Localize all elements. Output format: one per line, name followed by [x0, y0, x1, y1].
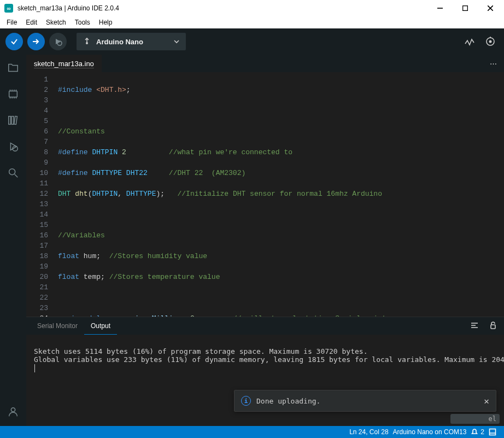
boards-manager-tab[interactable]	[5, 86, 21, 102]
panel-clear-icon[interactable]	[468, 320, 481, 332]
app-icon: ∞	[4, 4, 13, 13]
svg-point-26	[9, 169, 15, 175]
panel-tab-serial[interactable]: Serial Monitor	[31, 317, 84, 335]
svg-rect-21	[9, 116, 11, 125]
svg-point-10	[489, 40, 492, 43]
tab-filename: sketch_mar13a.ino	[34, 60, 94, 68]
window-maximize-button[interactable]	[453, 0, 478, 16]
verify-button[interactable]	[5, 33, 23, 50]
panel-tabs: Serial Monitor Output	[26, 317, 504, 335]
toast-close-button[interactable]: ✕	[484, 396, 489, 406]
svg-rect-32	[491, 325, 495, 329]
output-line: Global variables use 233 bytes (11%) of …	[34, 355, 504, 364]
window-minimize-button[interactable]	[427, 0, 453, 16]
usb-icon	[83, 37, 91, 46]
editor-tab[interactable]: sketch_mar13a.ino	[26, 55, 102, 72]
svg-point-28	[11, 408, 15, 412]
upload-button[interactable]	[27, 33, 45, 50]
line-gutter: 1 2 3 4 5 6 7 8 9 10 11 12 13 14 15 16 1…	[26, 72, 56, 317]
window-close-button[interactable]	[478, 0, 503, 16]
status-notifications[interactable]: 2	[468, 428, 487, 436]
output-line: Sketch uses 5114 bytes (16%) of program …	[34, 347, 367, 355]
menu-edit[interactable]: Edit	[21, 17, 42, 27]
menu-sketch[interactable]: Sketch	[42, 17, 71, 27]
editor-area: sketch_mar13a.ino ⋯ 1 2 3 4 5 6 7 8 9 10…	[26, 55, 504, 426]
window-title: sketch_mar13a | Arduino IDE 2.0.4	[17, 4, 427, 12]
menu-bar: File Edit Sketch Tools Help	[0, 16, 504, 28]
panel-lock-icon[interactable]	[487, 320, 500, 332]
toolbar: Arduino Nano	[0, 28, 504, 55]
info-icon: i	[241, 396, 251, 406]
svg-line-27	[15, 174, 18, 178]
svg-rect-33	[490, 429, 496, 435]
svg-rect-12	[9, 91, 17, 97]
menu-tools[interactable]: Tools	[71, 17, 95, 27]
status-cursor-position[interactable]: Ln 24, Col 28	[347, 428, 390, 436]
overflow-stub: el	[450, 414, 500, 424]
editor-tab-row: sketch_mar13a.ino ⋯	[26, 55, 504, 72]
bottom-panel: Serial Monitor Output Sketch uses 5114 b…	[26, 317, 504, 426]
code-editor[interactable]: 1 2 3 4 5 6 7 8 9 10 11 12 13 14 15 16 1…	[26, 72, 504, 317]
debug-button[interactable]	[49, 33, 67, 50]
toast-message: Done uploading.	[256, 397, 320, 405]
status-bar: Ln 24, Col 28 Arduino Nano on COM13 2	[0, 426, 504, 438]
account-icon[interactable]	[5, 404, 21, 419]
menu-file[interactable]: File	[2, 17, 21, 27]
serial-plotter-button[interactable]	[461, 33, 478, 50]
status-close-panel-icon[interactable]	[487, 428, 499, 436]
status-board[interactable]: Arduino Nano on COM13	[391, 428, 469, 436]
chevron-down-icon	[174, 38, 179, 46]
toast-notification: i Done uploading. ✕	[234, 390, 496, 412]
svg-rect-22	[11, 116, 14, 125]
title-bar: ∞ sketch_mar13a | Arduino IDE 2.0.4	[0, 0, 504, 16]
library-manager-tab[interactable]	[5, 113, 21, 128]
activity-bar	[0, 55, 26, 426]
tab-overflow-menu[interactable]: ⋯	[482, 55, 504, 72]
sketchbook-tab[interactable]	[5, 60, 21, 75]
svg-rect-23	[14, 116, 17, 124]
serial-monitor-button[interactable]	[482, 33, 499, 50]
panel-tab-output[interactable]: Output	[84, 317, 117, 335]
svg-rect-1	[463, 6, 468, 11]
board-name: Arduino Nano	[96, 38, 174, 46]
menu-help[interactable]: Help	[95, 17, 117, 27]
code-body[interactable]: #include <DHT.h>; //Constants #define DH…	[56, 72, 504, 317]
debug-tab[interactable]	[5, 139, 21, 154]
board-selector[interactable]: Arduino Nano	[77, 33, 186, 50]
search-tab[interactable]	[5, 165, 21, 180]
output-body[interactable]: Sketch uses 5114 bytes (16%) of program …	[26, 335, 504, 426]
